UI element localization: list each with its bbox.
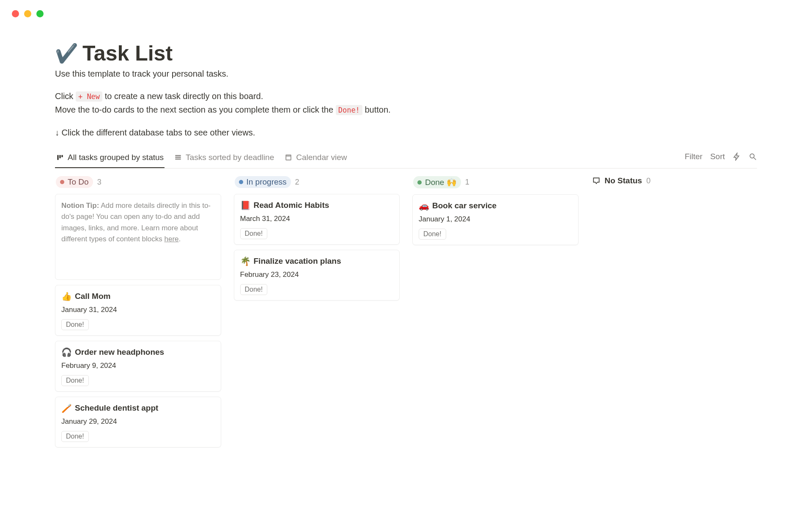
column-count: 2 — [295, 178, 299, 187]
page-subtitle: Use this template to track your personal… — [55, 69, 757, 79]
svg-line-1 — [754, 158, 756, 160]
card-date: January 29, 2024 — [61, 417, 215, 426]
done-code-chip: Done! — [336, 105, 362, 115]
views-hint: ↓ Click the different database tabs to s… — [55, 128, 757, 138]
column-header-done[interactable]: Done 🙌 1 — [413, 176, 579, 188]
instruction-text: to create a new task directly on this bo… — [105, 91, 263, 101]
column-in-progress: In progress 2 📕 Read Atomic Habits March… — [234, 176, 400, 453]
window-maximize-button[interactable] — [36, 10, 44, 17]
card-title-text: Read Atomic Habits — [254, 201, 329, 210]
column-count: 0 — [646, 177, 650, 185]
tip-card[interactable]: Notion Tip: Add more details directly in… — [55, 194, 221, 280]
card-icon: 🪥 — [61, 403, 71, 413]
card-date: January 1, 2024 — [419, 215, 572, 224]
done-button[interactable]: Done! — [61, 431, 89, 442]
tip-lead: Notion Tip: — [61, 202, 99, 210]
done-button[interactable]: Done! — [61, 319, 89, 330]
board-icon — [56, 153, 64, 162]
calendar-icon — [284, 153, 293, 162]
done-button[interactable]: Done! — [240, 284, 268, 295]
status-chip-inprogress: In progress — [235, 176, 291, 188]
card-call-mom[interactable]: 👍 Call Mom January 31, 2024 Done! — [55, 285, 221, 336]
sort-button[interactable]: Sort — [710, 152, 725, 161]
svg-point-0 — [750, 154, 754, 158]
tab-label: All tasks grouped by status — [68, 153, 164, 162]
page-title-text: Task List — [82, 41, 173, 66]
tab-sorted-by-deadline[interactable]: Tasks sorted by deadline — [173, 149, 275, 168]
card-date: February 9, 2024 — [61, 362, 215, 370]
tip-link[interactable]: here — [165, 235, 179, 243]
done-button[interactable]: Done! — [419, 229, 446, 240]
filter-button[interactable]: Filter — [685, 152, 702, 161]
status-dot-icon — [60, 180, 64, 184]
card-title-text: Schedule dentist appt — [75, 403, 158, 413]
column-no-status: No Status 0 — [591, 176, 757, 453]
card-date: February 23, 2024 — [240, 271, 394, 279]
card-icon: 🚗 — [419, 201, 428, 211]
search-icon[interactable] — [749, 152, 757, 161]
status-label: No Status — [605, 176, 642, 185]
column-todo: To Do 3 Notion Tip: Add more details dir… — [55, 176, 221, 453]
done-button[interactable]: Done! — [61, 375, 89, 386]
automations-icon[interactable] — [732, 152, 741, 161]
card-date: March 31, 2024 — [240, 215, 394, 223]
instruction-text: button. — [365, 105, 390, 114]
tab-calendar-view[interactable]: Calendar view — [283, 149, 348, 168]
instruction-text: Move the to-do cards to the next section… — [55, 105, 333, 114]
card-date: January 31, 2024 — [61, 306, 215, 314]
tab-label: Tasks sorted by deadline — [186, 153, 274, 162]
instruction-text: Click — [55, 91, 73, 101]
status-chip-done: Done 🙌 — [413, 176, 461, 188]
status-dot-icon — [417, 180, 422, 185]
kanban-board: To Do 3 Notion Tip: Add more details dir… — [55, 176, 757, 453]
card-title-text: Book car service — [432, 201, 497, 210]
page-title-icon: ✔️ — [55, 44, 78, 63]
inbox-icon — [592, 177, 601, 185]
status-dot-icon — [239, 180, 243, 184]
window-minimize-button[interactable] — [24, 10, 31, 17]
status-chip-todo: To Do — [56, 176, 93, 188]
card-schedule-dentist[interactable]: 🪥 Schedule dentist appt January 29, 2024… — [55, 397, 221, 447]
tip-body-end: . — [179, 235, 181, 243]
done-button[interactable]: Done! — [240, 228, 268, 239]
column-done: Done 🙌 1 🚗 Book car service January 1, 2… — [412, 176, 579, 453]
window-controls — [0, 0, 812, 17]
card-icon: 🌴 — [240, 256, 250, 266]
card-icon: 📕 — [240, 200, 250, 210]
card-finalize-vacation[interactable]: 🌴 Finalize vacation plans February 23, 2… — [234, 250, 400, 301]
database-header: All tasks grouped by status Tasks sorted… — [55, 149, 757, 168]
card-title-text: Finalize vacation plans — [254, 257, 341, 266]
card-icon: 🎧 — [61, 347, 71, 357]
view-tabs: All tasks grouped by status Tasks sorted… — [55, 149, 348, 168]
page-title: ✔️ Task List — [55, 41, 757, 66]
column-header-nostatus[interactable]: No Status 0 — [592, 176, 757, 185]
tab-grouped-by-status[interactable]: All tasks grouped by status — [55, 149, 165, 168]
card-order-headphones[interactable]: 🎧 Order new headphones February 9, 2024 … — [55, 341, 221, 392]
new-code-chip: + New — [76, 91, 102, 102]
card-icon: 👍 — [61, 291, 71, 301]
column-count: 3 — [97, 178, 102, 187]
status-label: In progress — [247, 177, 287, 187]
status-label: Done 🙌 — [425, 177, 457, 187]
column-header-inprogress[interactable]: In progress 2 — [235, 176, 400, 188]
tab-label: Calendar view — [296, 153, 347, 162]
instructions: Click + New to create a new task directl… — [55, 90, 757, 116]
table-icon — [174, 153, 182, 162]
status-label: To Do — [68, 177, 89, 187]
column-count: 1 — [465, 178, 469, 187]
window-close-button[interactable] — [12, 10, 19, 17]
column-header-todo[interactable]: To Do 3 — [56, 176, 221, 188]
card-title-text: Order new headphones — [75, 348, 164, 357]
card-read-atomic-habits[interactable]: 📕 Read Atomic Habits March 31, 2024 Done… — [234, 194, 400, 245]
database-actions: Filter Sort — [685, 152, 757, 166]
card-book-car-service[interactable]: 🚗 Book car service January 1, 2024 Done! — [412, 194, 579, 245]
card-title-text: Call Mom — [75, 292, 110, 301]
